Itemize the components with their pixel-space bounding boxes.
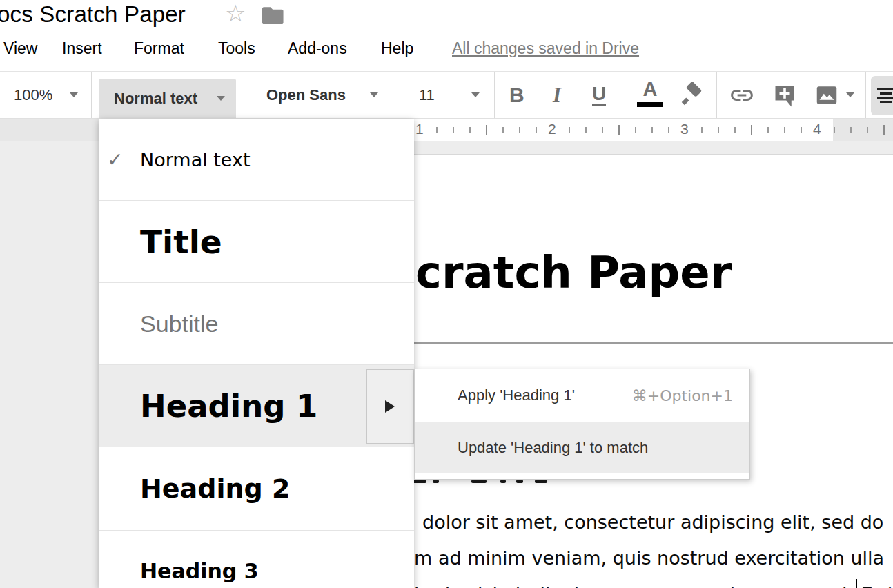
font-size-value: 11 bbox=[419, 86, 435, 104]
ruler-tick bbox=[618, 125, 620, 135]
ruler-tick bbox=[585, 127, 587, 133]
ruler-tick bbox=[734, 127, 736, 133]
ruler-tick bbox=[453, 127, 454, 133]
submenu-arrow-icon bbox=[385, 400, 395, 413]
chevron-down-icon bbox=[70, 92, 78, 97]
ruler-tick bbox=[834, 127, 835, 133]
style-option-label: Normal text bbox=[140, 149, 251, 170]
checkmark-icon: ✓ bbox=[107, 148, 123, 171]
apply-heading-1-item[interactable]: Apply 'Heading 1' ⌘+Option+1 bbox=[415, 369, 749, 422]
align-left-icon bbox=[877, 88, 893, 90]
bold-icon: B bbox=[509, 84, 524, 107]
ruler-tick bbox=[635, 127, 636, 133]
style-option-heading-2[interactable]: Heading 2 bbox=[99, 447, 414, 530]
ruler-inch-mark: 4 bbox=[813, 121, 821, 137]
ruler-tick bbox=[801, 127, 802, 133]
insert-image-button[interactable] bbox=[814, 72, 854, 118]
document-heading: Scratch Paper bbox=[384, 247, 732, 298]
paragraph-style-select[interactable]: Normal text bbox=[99, 79, 236, 118]
menu-item-label: Update 'Heading 1' to match bbox=[458, 439, 648, 457]
ruler-tick bbox=[651, 127, 653, 133]
menu-item-label: Apply 'Heading 1' bbox=[458, 386, 575, 404]
obscured-heading-fragment bbox=[413, 480, 426, 483]
star-icon[interactable]: ☆ bbox=[225, 1, 246, 25]
italic-button[interactable]: I bbox=[553, 72, 561, 118]
text-cursor bbox=[856, 579, 857, 588]
keyboard-shortcut: ⌘+Option+1 bbox=[632, 387, 733, 404]
ruler-tick bbox=[784, 127, 785, 133]
ruler-tick bbox=[751, 125, 752, 135]
style-option-subtitle[interactable]: Subtitle bbox=[99, 282, 414, 364]
menu-help[interactable]: Help bbox=[381, 39, 413, 58]
style-option-title[interactable]: Title bbox=[99, 200, 414, 282]
align-left-button[interactable] bbox=[871, 76, 893, 115]
ruler-tick bbox=[502, 127, 504, 133]
font-family-select[interactable]: Open Sans bbox=[266, 72, 378, 118]
ruler-tick bbox=[469, 127, 471, 133]
link-icon bbox=[729, 82, 755, 108]
paint-format-icon bbox=[676, 82, 703, 108]
bold-button[interactable]: B bbox=[509, 72, 524, 118]
ruler-tick bbox=[718, 127, 719, 133]
paragraph-style-menu: ✓ Normal text Title Subtitle Heading 1 H… bbox=[99, 119, 414, 588]
folder-icon[interactable] bbox=[261, 4, 286, 26]
zoom-select[interactable]: 100% bbox=[14, 72, 78, 118]
underline-button[interactable]: U bbox=[592, 72, 606, 118]
chevron-down-icon bbox=[846, 92, 854, 97]
font-family-value: Open Sans bbox=[266, 86, 346, 104]
style-option-label: Title bbox=[140, 223, 222, 261]
ruler-tick bbox=[701, 127, 703, 133]
update-heading-1-item[interactable]: Update 'Heading 1' to match bbox=[415, 422, 749, 473]
obscured-heading-fragment bbox=[433, 480, 439, 483]
menu-tools[interactable]: Tools bbox=[218, 39, 255, 58]
ruler-tick bbox=[767, 127, 769, 133]
heading-1-submenu-arrow[interactable] bbox=[366, 369, 414, 444]
body-text-line: dolor sit amet, consectetur adipiscing e… bbox=[422, 511, 883, 533]
insert-link-button[interactable] bbox=[729, 72, 755, 118]
horizontal-rule bbox=[384, 342, 893, 344]
obscured-heading-fragment bbox=[471, 480, 487, 483]
ruler-inch-mark: 2 bbox=[548, 121, 556, 137]
ruler-tick bbox=[867, 127, 868, 133]
save-status-link[interactable]: All changes saved in Drive bbox=[452, 39, 639, 58]
ruler-tick bbox=[519, 127, 520, 133]
body-text-line: m ad minim veniam, quis nostrud exercita… bbox=[414, 547, 884, 569]
underline-icon: U bbox=[592, 84, 606, 106]
heading-1-submenu: Apply 'Heading 1' ⌘+Option+1 Update 'Hea… bbox=[414, 369, 750, 480]
style-option-normal-text[interactable]: ✓ Normal text bbox=[99, 119, 414, 200]
menu-format[interactable]: Format bbox=[134, 39, 184, 58]
chevron-down-icon bbox=[370, 92, 378, 97]
font-size-select[interactable]: 11 bbox=[419, 72, 480, 118]
text-color-swatch bbox=[637, 102, 663, 107]
ruler-tick bbox=[486, 125, 487, 135]
insert-comment-button[interactable] bbox=[772, 72, 797, 118]
toolbar-divider bbox=[494, 72, 495, 118]
toolbar-divider bbox=[716, 72, 717, 118]
style-option-heading-3[interactable]: Heading 3 bbox=[99, 530, 414, 588]
ruler-tick bbox=[602, 127, 603, 133]
comment-icon bbox=[772, 83, 797, 108]
menu-insert[interactable]: Insert bbox=[62, 39, 102, 58]
toolbar-divider bbox=[865, 72, 866, 118]
text-color-button[interactable]: A bbox=[636, 77, 664, 113]
ruler-inch-mark: 3 bbox=[680, 121, 689, 137]
ruler-tick bbox=[883, 125, 885, 135]
paint-format-button[interactable] bbox=[676, 72, 703, 118]
toolbar-divider bbox=[248, 72, 248, 118]
ruler-tick bbox=[850, 127, 852, 133]
style-option-heading-1[interactable]: Heading 1 bbox=[99, 364, 414, 447]
document-title-field[interactable]: ocs Scratch Paper bbox=[0, 1, 186, 28]
paragraph-style-value: Normal text bbox=[114, 90, 197, 108]
ruler-tick bbox=[436, 127, 438, 133]
chevron-down-icon bbox=[217, 96, 225, 101]
image-icon bbox=[814, 83, 839, 108]
zoom-value: 100% bbox=[14, 86, 52, 104]
style-option-label: Heading 2 bbox=[140, 473, 290, 504]
ruler-inch-mark: 1 bbox=[415, 121, 424, 137]
toolbar-divider bbox=[91, 72, 92, 118]
obscured-heading-fragment bbox=[500, 480, 506, 483]
menu-view[interactable]: View bbox=[3, 39, 37, 58]
obscured-heading-fragment bbox=[535, 480, 547, 483]
toolbar: 100% Normal text Open Sans 11 B I U A bbox=[0, 71, 893, 119]
menu-addons[interactable]: Add-ons bbox=[288, 39, 347, 58]
